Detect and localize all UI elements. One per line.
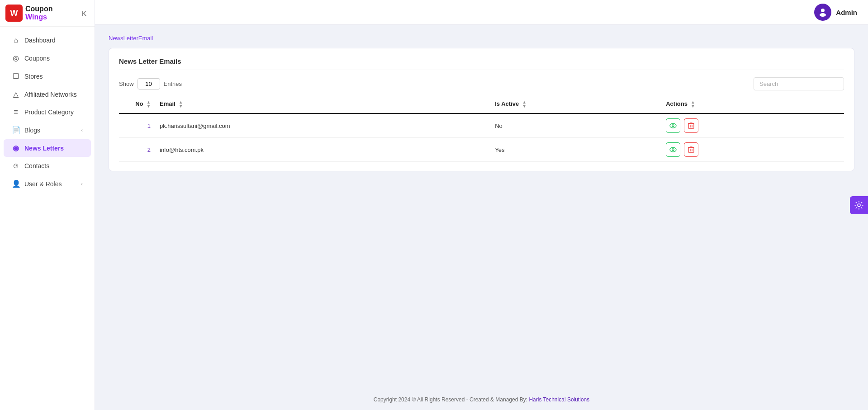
nav-icon-blogs: 📄	[12, 126, 20, 134]
svg-point-3	[672, 125, 674, 127]
svg-point-1	[820, 13, 826, 17]
col-is-active: Is Active ▲▼	[490, 96, 661, 113]
nav-label-contacts: Contacts	[24, 162, 49, 170]
svg-point-14	[858, 204, 860, 207]
nav-icon-product-category: ≡	[12, 108, 20, 116]
nav-label-product-category: Product Category	[24, 108, 74, 116]
search-box	[754, 77, 844, 90]
nav-icon-user-roles: 👤	[12, 179, 20, 188]
search-input[interactable]	[754, 77, 844, 90]
svg-point-9	[672, 149, 674, 151]
nav-icon-dashboard: ⌂	[12, 36, 20, 44]
nav-list: ⌂ Dashboard ◎ Coupons ☐ Stores △ Affilia…	[0, 27, 95, 198]
nav-icon-news-letters: ◉	[12, 144, 20, 152]
user-name: Admin	[836, 9, 857, 16]
nav-label-news-letters: News Letters	[24, 145, 64, 152]
svg-rect-4	[688, 123, 694, 128]
newsletter-card: News Letter Emails Show Entries No ▲▼	[109, 48, 854, 171]
cell-no: 2	[119, 138, 155, 162]
entries-label: Entries	[164, 80, 182, 87]
sidebar-item-user-roles[interactable]: 👤 User & Roles ‹	[4, 175, 91, 193]
cell-no: 1	[119, 113, 155, 138]
view-button[interactable]	[666, 142, 680, 157]
nav-label-stores: Stores	[24, 73, 43, 80]
cell-email: pk.harissultani@gmail.com	[155, 113, 490, 138]
main-area: Admin NewsLetterEmail News Letter Emails…	[95, 0, 868, 410]
content-area: NewsLetterEmail News Letter Emails Show …	[95, 25, 868, 389]
col-actions: Actions ▲▼	[661, 96, 844, 113]
svg-rect-10	[688, 147, 694, 152]
no-sort-icon: ▲▼	[147, 100, 151, 108]
table-controls: Show Entries	[119, 77, 844, 90]
card-title: News Letter Emails	[119, 57, 844, 70]
table-header: No ▲▼ Email ▲▼ Is Active ▲▼ Actions	[119, 96, 844, 113]
col-email: Email ▲▼	[155, 96, 490, 113]
svg-point-8	[670, 147, 676, 152]
topbar: Admin	[95, 0, 868, 25]
sidebar-item-dashboard[interactable]: ⌂ Dashboard	[4, 32, 91, 49]
nav-icon-stores: ☐	[12, 72, 20, 80]
show-label: Show	[119, 80, 134, 87]
nav-label-blogs: Blogs	[24, 127, 40, 134]
cell-is-active: Yes	[490, 138, 661, 162]
logo-wings: Wings	[25, 13, 52, 21]
svg-point-0	[821, 9, 825, 12]
cell-actions	[661, 138, 844, 162]
entries-input[interactable]	[138, 78, 160, 90]
svg-point-2	[670, 123, 676, 128]
settings-fab[interactable]	[850, 196, 868, 214]
table-body: 1 pk.harissultani@gmail.com No 2	[119, 113, 844, 162]
cell-email: info@hts.com.pk	[155, 138, 490, 162]
table-row: 1 pk.harissultani@gmail.com No	[119, 113, 844, 138]
nav-label-user-roles: User & Roles	[24, 180, 62, 188]
sidebar-item-product-category[interactable]: ≡ Product Category	[4, 104, 91, 121]
sidebar-item-coupons[interactable]: ◎ Coupons	[4, 49, 91, 67]
show-entries: Show Entries	[119, 78, 182, 90]
nav-icon-contacts: ☺	[12, 162, 20, 170]
sidebar-item-news-letters[interactable]: ◉ News Letters	[4, 139, 91, 157]
cell-actions	[661, 113, 844, 138]
user-area: Admin	[814, 4, 857, 21]
logo-coupon: Coupon	[25, 5, 52, 13]
cell-is-active: No	[490, 113, 661, 138]
sidebar: W Coupon Wings K ⌂ Dashboard ◎ Coupons ☐…	[0, 0, 95, 410]
avatar	[814, 4, 831, 21]
delete-button[interactable]	[684, 118, 698, 133]
sidebar-item-affiliated-networks[interactable]: △ Affiliated Networks	[4, 85, 91, 103]
logo-text: Coupon Wings	[25, 5, 52, 21]
nav-arrow-user-roles: ‹	[81, 181, 83, 187]
email-sort-icon: ▲▼	[179, 100, 183, 108]
nav-arrow-blogs: ‹	[81, 127, 83, 133]
logo: W Coupon Wings	[5, 5, 52, 22]
nav-icon-affiliated-networks: △	[12, 90, 20, 99]
sidebar-item-blogs[interactable]: 📄 Blogs ‹	[4, 121, 91, 139]
delete-button[interactable]	[684, 142, 698, 157]
table-row: 2 info@hts.com.pk Yes	[119, 138, 844, 162]
logo-area: W Coupon Wings K	[0, 0, 95, 27]
sidebar-toggle-button[interactable]: K	[79, 8, 89, 19]
sidebar-item-stores[interactable]: ☐ Stores	[4, 67, 91, 85]
newsletter-table: No ▲▼ Email ▲▼ Is Active ▲▼ Actions	[119, 96, 844, 162]
is-active-sort-icon: ▲▼	[522, 100, 526, 108]
breadcrumb: NewsLetterEmail	[109, 35, 854, 42]
nav-label-coupons: Coupons	[24, 55, 50, 62]
nav-label-dashboard: Dashboard	[24, 37, 56, 44]
nav-icon-coupons: ◎	[12, 54, 20, 62]
footer-text: Copyright 2024 © All Rights Reserved - C…	[374, 396, 590, 403]
nav-label-affiliated-networks: Affiliated Networks	[24, 91, 77, 98]
sidebar-item-contacts[interactable]: ☺ Contacts	[4, 157, 91, 174]
view-button[interactable]	[666, 118, 680, 133]
logo-icon: W	[5, 5, 23, 22]
table-header-row: No ▲▼ Email ▲▼ Is Active ▲▼ Actions	[119, 96, 844, 113]
col-no: No ▲▼	[119, 96, 155, 113]
footer-link[interactable]: Haris Technical Solutions	[529, 396, 589, 403]
footer: Copyright 2024 © All Rights Reserved - C…	[95, 389, 868, 410]
actions-sort-icon: ▲▼	[691, 100, 695, 108]
